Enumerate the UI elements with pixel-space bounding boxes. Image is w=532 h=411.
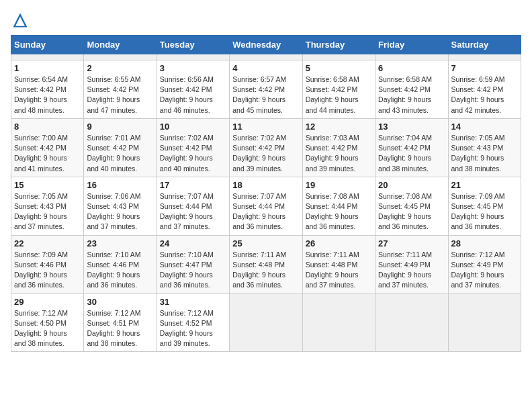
calendar-cell: 14Sunrise: 7:05 AM Sunset: 4:43 PM Dayli… [448,118,521,177]
day-number: 13 [378,122,445,132]
calendar-cell [230,293,302,352]
calendar-cell [302,54,375,60]
calendar-cell: 21Sunrise: 7:09 AM Sunset: 4:45 PM Dayli… [448,177,521,235]
calendar-cell: 1Sunrise: 6:54 AM Sunset: 4:42 PM Daylig… [11,60,84,119]
calendar-cell: 22Sunrise: 7:09 AM Sunset: 4:46 PM Dayli… [11,235,84,293]
day-detail: Sunrise: 7:12 AM Sunset: 4:50 PM Dayligh… [14,308,81,349]
day-number: 17 [160,180,226,190]
col-header-wednesday: Wednesday [230,36,302,54]
calendar-week-row: 15Sunrise: 7:05 AM Sunset: 4:43 PM Dayli… [11,177,521,235]
day-detail: Sunrise: 7:09 AM Sunset: 4:46 PM Dayligh… [14,250,81,291]
day-number: 28 [451,238,518,248]
col-header-friday: Friday [375,36,448,54]
day-number: 24 [160,238,226,248]
day-number: 11 [232,122,299,132]
calendar-cell: 26Sunrise: 7:11 AM Sunset: 4:48 PM Dayli… [302,235,375,293]
day-detail: Sunrise: 7:12 AM Sunset: 4:49 PM Dayligh… [451,250,518,291]
col-header-sunday: Sunday [11,36,84,54]
day-detail: Sunrise: 6:55 AM Sunset: 4:42 PM Dayligh… [87,75,153,116]
day-number: 2 [87,63,153,73]
day-detail: Sunrise: 7:10 AM Sunset: 4:46 PM Dayligh… [87,250,153,291]
day-detail: Sunrise: 7:12 AM Sunset: 4:51 PM Dayligh… [87,308,153,349]
day-detail: Sunrise: 7:04 AM Sunset: 4:42 PM Dayligh… [378,133,445,174]
calendar-cell [375,54,448,60]
calendar-cell: 4Sunrise: 6:57 AM Sunset: 4:42 PM Daylig… [230,60,302,119]
day-detail: Sunrise: 7:02 AM Sunset: 4:42 PM Dayligh… [232,133,299,174]
day-number: 10 [160,122,226,132]
day-detail: Sunrise: 6:58 AM Sunset: 4:42 PM Dayligh… [378,75,445,116]
col-header-monday: Monday [84,36,157,54]
calendar-cell: 5Sunrise: 6:58 AM Sunset: 4:42 PM Daylig… [302,60,375,119]
day-detail: Sunrise: 7:10 AM Sunset: 4:47 PM Dayligh… [160,250,226,291]
day-number: 22 [14,238,81,248]
day-number: 29 [14,297,81,307]
calendar-cell [448,54,521,60]
calendar-cell: 24Sunrise: 7:10 AM Sunset: 4:47 PM Dayli… [157,235,229,293]
page-header [11,11,521,30]
day-detail: Sunrise: 7:07 AM Sunset: 4:44 PM Dayligh… [160,191,226,232]
day-detail: Sunrise: 7:08 AM Sunset: 4:45 PM Dayligh… [378,191,445,232]
day-number: 23 [87,238,153,248]
day-detail: Sunrise: 7:11 AM Sunset: 4:49 PM Dayligh… [378,250,445,291]
day-detail: Sunrise: 7:07 AM Sunset: 4:44 PM Dayligh… [232,191,299,232]
calendar-cell: 18Sunrise: 7:07 AM Sunset: 4:44 PM Dayli… [230,177,302,235]
day-number: 15 [14,180,81,190]
calendar-cell [448,293,521,352]
day-detail: Sunrise: 7:05 AM Sunset: 4:43 PM Dayligh… [451,133,518,174]
day-number: 19 [306,180,372,190]
day-detail: Sunrise: 6:57 AM Sunset: 4:42 PM Dayligh… [232,75,299,116]
col-header-thursday: Thursday [302,36,375,54]
calendar-cell: 27Sunrise: 7:11 AM Sunset: 4:49 PM Dayli… [375,235,448,293]
day-detail: Sunrise: 7:01 AM Sunset: 4:42 PM Dayligh… [87,133,153,174]
logo [11,11,32,30]
calendar-cell [157,54,229,60]
calendar-week-row: 1Sunrise: 6:54 AM Sunset: 4:42 PM Daylig… [11,60,521,119]
day-detail: Sunrise: 6:54 AM Sunset: 4:42 PM Dayligh… [14,75,81,116]
calendar-cell: 13Sunrise: 7:04 AM Sunset: 4:42 PM Dayli… [375,118,448,177]
calendar-cell: 8Sunrise: 7:00 AM Sunset: 4:42 PM Daylig… [11,118,84,177]
day-detail: Sunrise: 7:00 AM Sunset: 4:42 PM Dayligh… [14,133,81,174]
calendar-cell [230,54,302,60]
day-detail: Sunrise: 7:02 AM Sunset: 4:42 PM Dayligh… [160,133,226,174]
calendar-cell: 15Sunrise: 7:05 AM Sunset: 4:43 PM Dayli… [11,177,84,235]
day-number: 12 [306,122,372,132]
calendar-cell: 20Sunrise: 7:08 AM Sunset: 4:45 PM Dayli… [375,177,448,235]
day-number: 14 [451,122,518,132]
calendar-cell [11,54,84,60]
day-number: 4 [232,63,299,73]
calendar-cell [84,54,157,60]
calendar-cell: 28Sunrise: 7:12 AM Sunset: 4:49 PM Dayli… [448,235,521,293]
day-number: 7 [451,63,518,73]
day-detail: Sunrise: 7:06 AM Sunset: 4:43 PM Dayligh… [87,191,153,232]
day-number: 26 [306,238,372,248]
day-number: 9 [87,122,153,132]
day-number: 8 [14,122,81,132]
day-number: 5 [306,63,372,73]
calendar-cell [302,293,375,352]
day-detail: Sunrise: 7:03 AM Sunset: 4:42 PM Dayligh… [306,133,372,174]
day-detail: Sunrise: 6:58 AM Sunset: 4:42 PM Dayligh… [306,75,372,116]
calendar-week-row: 29Sunrise: 7:12 AM Sunset: 4:50 PM Dayli… [11,293,521,352]
calendar-cell: 9Sunrise: 7:01 AM Sunset: 4:42 PM Daylig… [84,118,157,177]
calendar-week-row: 8Sunrise: 7:00 AM Sunset: 4:42 PM Daylig… [11,118,521,177]
day-detail: Sunrise: 7:11 AM Sunset: 4:48 PM Dayligh… [306,250,372,291]
logo-icon [11,11,30,30]
day-detail: Sunrise: 6:56 AM Sunset: 4:42 PM Dayligh… [160,75,226,116]
calendar-cell: 12Sunrise: 7:03 AM Sunset: 4:42 PM Dayli… [302,118,375,177]
day-number: 27 [378,238,445,248]
calendar-cell: 25Sunrise: 7:11 AM Sunset: 4:48 PM Dayli… [230,235,302,293]
day-detail: Sunrise: 7:12 AM Sunset: 4:52 PM Dayligh… [160,308,226,349]
calendar-cell: 3Sunrise: 6:56 AM Sunset: 4:42 PM Daylig… [157,60,229,119]
day-detail: Sunrise: 6:59 AM Sunset: 4:42 PM Dayligh… [451,75,518,116]
day-number: 30 [87,297,153,307]
day-detail: Sunrise: 7:11 AM Sunset: 4:48 PM Dayligh… [232,250,299,291]
day-detail: Sunrise: 7:09 AM Sunset: 4:45 PM Dayligh… [451,191,518,232]
day-number: 31 [160,297,226,307]
calendar-cell: 16Sunrise: 7:06 AM Sunset: 4:43 PM Dayli… [84,177,157,235]
day-number: 16 [87,180,153,190]
calendar-table: SundayMondayTuesdayWednesdayThursdayFrid… [11,35,521,352]
col-header-saturday: Saturday [448,36,521,54]
day-number: 21 [451,180,518,190]
day-number: 18 [232,180,299,190]
calendar-cell: 19Sunrise: 7:08 AM Sunset: 4:44 PM Dayli… [302,177,375,235]
